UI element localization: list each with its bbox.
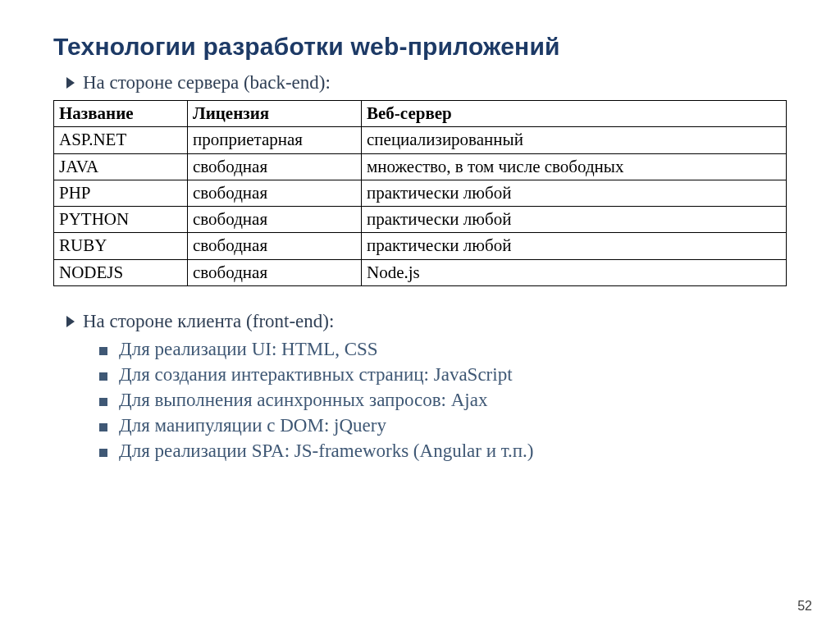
square-bullet-icon: [99, 347, 107, 355]
list-item-text: Для манипуляции с DOM: jQuery: [119, 415, 386, 436]
list-item-text: Для создания интерактивных страниц: Java…: [119, 364, 513, 386]
table-header: Название: [54, 101, 188, 127]
table-cell: JAVA: [54, 153, 188, 180]
square-bullet-icon: [99, 449, 107, 457]
list-item-text: Для выполнения асинхронных запросов: Aja…: [119, 390, 487, 411]
table-row: ASP.NET проприетарная специализированный: [54, 127, 787, 153]
table-cell: практически любой: [362, 207, 787, 233]
list-item: Для создания интерактивных страниц: Java…: [99, 364, 787, 386]
backend-table: Название Лицензия Веб-сервер ASP.NET про…: [53, 100, 787, 286]
table-cell: проприетарная: [188, 127, 362, 153]
slide: Технологии разработки web-приложений На …: [0, 0, 840, 630]
list-item-text: Для реализации UI: HTML, CSS: [119, 339, 378, 360]
backend-heading: На стороне сервера (back-end):: [66, 72, 787, 94]
triangle-right-icon: [66, 316, 75, 327]
table-cell: ASP.NET: [54, 127, 188, 153]
table-cell: свободная: [188, 233, 362, 259]
table-row: PYTHON свободная практически любой: [54, 207, 787, 233]
backend-heading-text: На стороне сервера (back-end):: [83, 72, 331, 94]
table-cell: свободная: [188, 207, 362, 233]
table-row: RUBY свободная практически любой: [54, 233, 787, 259]
frontend-heading-text: На стороне клиента (front-end):: [83, 311, 334, 332]
table-cell: Node.js: [362, 259, 787, 285]
list-item: Для реализации UI: HTML, CSS: [99, 339, 787, 360]
table-row: NODEJS свободная Node.js: [54, 259, 787, 285]
table-cell: NODEJS: [54, 259, 188, 285]
table-cell: практически любой: [362, 180, 787, 206]
table-header: Веб-сервер: [362, 101, 787, 127]
list-item: Для выполнения асинхронных запросов: Aja…: [99, 390, 787, 411]
page-number: 52: [797, 599, 812, 614]
table-cell: множество, в том числе свободных: [362, 153, 787, 180]
table-cell: PYTHON: [54, 207, 188, 233]
table-header-row: Название Лицензия Веб-сервер: [54, 101, 787, 127]
table-cell: свободная: [188, 153, 362, 180]
table-row: PHP свободная практически любой: [54, 180, 787, 206]
frontend-list: Для реализации UI: HTML, CSS Для создани…: [99, 339, 787, 462]
table-row: JAVA свободная множество, в том числе св…: [54, 153, 787, 180]
list-item-text: Для реализации SPA: JS-frameworks (Angul…: [119, 441, 534, 462]
table-cell: специализированный: [362, 127, 787, 153]
square-bullet-icon: [99, 423, 107, 431]
list-item: Для манипуляции с DOM: jQuery: [99, 415, 787, 436]
table-cell: свободная: [188, 180, 362, 206]
frontend-heading: На стороне клиента (front-end):: [66, 311, 787, 332]
table-cell: RUBY: [54, 233, 188, 259]
table-header: Лицензия: [188, 101, 362, 127]
table-cell: практически любой: [362, 233, 787, 259]
table-cell: свободная: [188, 259, 362, 285]
table-cell: PHP: [54, 180, 188, 206]
triangle-right-icon: [66, 77, 75, 89]
list-item: Для реализации SPA: JS-frameworks (Angul…: [99, 441, 787, 462]
square-bullet-icon: [99, 372, 107, 381]
slide-title: Технологии разработки web-приложений: [53, 33, 787, 61]
square-bullet-icon: [99, 398, 107, 406]
